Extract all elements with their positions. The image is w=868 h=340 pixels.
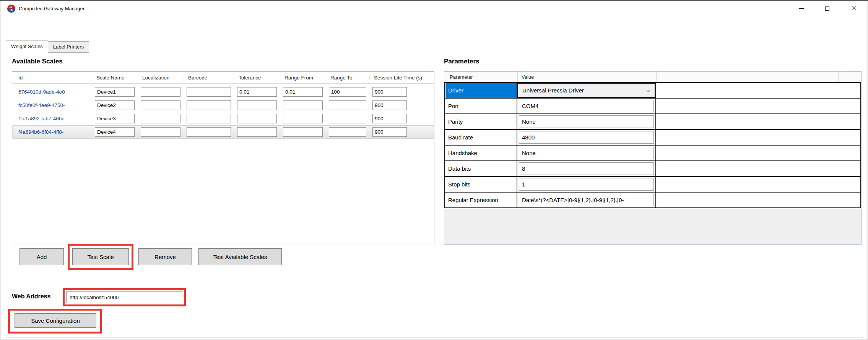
minimize-button[interactable] (796, 3, 806, 14)
localization-input[interactable] (141, 100, 180, 110)
barcode-input[interactable] (187, 87, 231, 97)
parameter-name-cell[interactable]: Regular Expression (445, 193, 517, 207)
parameter-row-filler (656, 114, 860, 129)
scales-rows: 6764010d-9ade-4e0fc50fe0f-4ee9-4750-1fc1… (12, 84, 434, 139)
driver-dropdown[interactable]: Universal Precsia Driver (517, 83, 655, 98)
parameter-row[interactable]: Handshake (445, 146, 860, 161)
save-configuration-button[interactable]: Save Configuration (15, 313, 96, 328)
scale-row[interactable]: 6764010d-9ade-4e0 (12, 85, 434, 99)
localization-input[interactable] (141, 87, 180, 97)
minimize-icon (799, 8, 804, 9)
session-life-time-input[interactable] (372, 127, 407, 137)
maximize-icon (825, 6, 829, 11)
parameter-row[interactable]: Regular Expression (445, 193, 860, 208)
add-button[interactable]: Add (20, 248, 64, 265)
test-available-scales-button[interactable]: Test Available Scales (198, 248, 282, 265)
driver-dropdown-value: Universal Precsia Driver (522, 87, 584, 94)
parameter-value-input[interactable] (519, 178, 654, 191)
tolerance-input[interactable] (237, 100, 277, 110)
localization-input[interactable] (141, 127, 180, 137)
barcode-input[interactable] (187, 100, 231, 110)
scale-row[interactable]: f4a694b6-6f84-4ff8- (12, 125, 434, 139)
parameter-value-cell (517, 193, 656, 207)
parameter-value-cell: Universal Precsia Driver (517, 83, 656, 98)
parameter-row[interactable]: DriverUniversal Precsia Driver (445, 83, 860, 99)
range-from-input[interactable] (283, 100, 323, 110)
session-life-time-input[interactable] (372, 100, 407, 110)
parameter-value-input[interactable] (519, 100, 654, 112)
parameter-value-cell (517, 114, 656, 129)
tolerance-input[interactable] (237, 87, 277, 97)
parameter-value-input[interactable] (519, 162, 654, 175)
parameter-value-cell (517, 146, 656, 160)
scales-column-header-2: Localization (141, 75, 180, 81)
parameter-value-cell (517, 130, 656, 145)
scale-name-input[interactable] (95, 100, 135, 110)
scales-column-header-0: Id (18, 75, 89, 81)
tolerance-input[interactable] (237, 114, 277, 123)
scales-column-header-1: Scale Name (95, 75, 135, 81)
parameter-row-filler (656, 130, 860, 145)
parameter-value-input[interactable] (519, 194, 654, 206)
maximize-button[interactable] (822, 3, 832, 14)
scale-name-input[interactable] (95, 87, 135, 97)
web-address-input[interactable] (66, 291, 183, 303)
tab-weight-scales[interactable]: Weight Scales (6, 40, 48, 53)
parameter-name-cell[interactable]: Data bits (445, 161, 517, 176)
parameter-value-cell (517, 161, 656, 176)
web-address-label: Web Address (12, 293, 50, 300)
scale-name-input[interactable] (95, 127, 135, 137)
parameter-row[interactable]: Baud rate (445, 130, 860, 146)
parameter-value-input[interactable] (519, 147, 654, 159)
parameter-row[interactable]: Data bits (445, 161, 860, 177)
scale-row[interactable]: 1fc1a892-fab7-46bc (12, 112, 434, 125)
parameter-row[interactable]: Port (445, 99, 860, 114)
parameters-panel: ParameterValue DriverUniversal Precsia D… (444, 71, 861, 245)
parameter-value-input[interactable] (519, 115, 654, 128)
parameter-name-cell[interactable]: Port (445, 99, 517, 113)
parameter-row[interactable]: Stop bits (445, 177, 860, 193)
range-from-input[interactable] (283, 127, 323, 137)
parameter-row-filler (656, 161, 860, 176)
session-life-time-input[interactable] (372, 114, 407, 123)
scale-row[interactable]: fc50fe0f-4ee9-4750- (12, 99, 434, 112)
tolerance-input[interactable] (237, 127, 277, 137)
parameters-table: DriverUniversal Precsia DriverPortParity… (444, 82, 861, 208)
remove-button[interactable]: Remove (138, 248, 192, 265)
localization-input[interactable] (141, 114, 180, 123)
scale-id-link[interactable]: 6764010d-9ade-4e0 (18, 89, 89, 95)
range-to-input[interactable] (329, 114, 366, 123)
close-button[interactable] (848, 3, 859, 14)
parameter-row-filler (656, 99, 860, 113)
session-life-time-input[interactable] (372, 87, 407, 97)
parameter-value-input[interactable] (519, 131, 654, 144)
barcode-input[interactable] (187, 127, 231, 137)
parameter-name-cell[interactable]: Baud rate (445, 130, 517, 145)
parameters-column-header-1: Value (517, 72, 656, 82)
parameter-row[interactable]: Parity (445, 114, 860, 130)
range-to-input[interactable] (329, 87, 366, 97)
scales-column-header-4: Tolerance (237, 75, 277, 81)
range-from-input[interactable] (283, 87, 323, 97)
scale-name-input[interactable] (95, 114, 135, 123)
scale-id-link[interactable]: f4a694b6-6f84-4ff8- (18, 129, 89, 135)
scale-id-link[interactable]: fc50fe0f-4ee9-4750- (18, 102, 89, 108)
scales-column-header-7: Session Life Time (s) (372, 75, 407, 81)
app-logo-icon (7, 5, 15, 13)
range-to-input[interactable] (329, 127, 366, 137)
parameter-name-cell[interactable]: Handshake (445, 146, 517, 160)
tab-strip: Weight Scales Label Printers (6, 40, 89, 53)
available-scales-panel: IdScale NameLocalizationBarcodeTolerance… (12, 71, 434, 243)
range-from-input[interactable] (283, 114, 323, 123)
parameter-value-cell (517, 99, 656, 113)
parameter-name-cell[interactable]: Driver (445, 83, 517, 98)
available-scales-heading: Available Scales (12, 58, 63, 65)
range-to-input[interactable] (329, 100, 366, 110)
chevron-down-icon (646, 87, 650, 92)
test-scale-button[interactable]: Test Scale (72, 248, 129, 265)
parameter-name-cell[interactable]: Stop bits (445, 177, 517, 192)
scale-id-link[interactable]: 1fc1a892-fab7-46bc (18, 116, 89, 121)
parameter-name-cell[interactable]: Parity (445, 114, 517, 129)
tab-label-printers[interactable]: Label Printers (48, 41, 89, 53)
barcode-input[interactable] (187, 114, 231, 123)
